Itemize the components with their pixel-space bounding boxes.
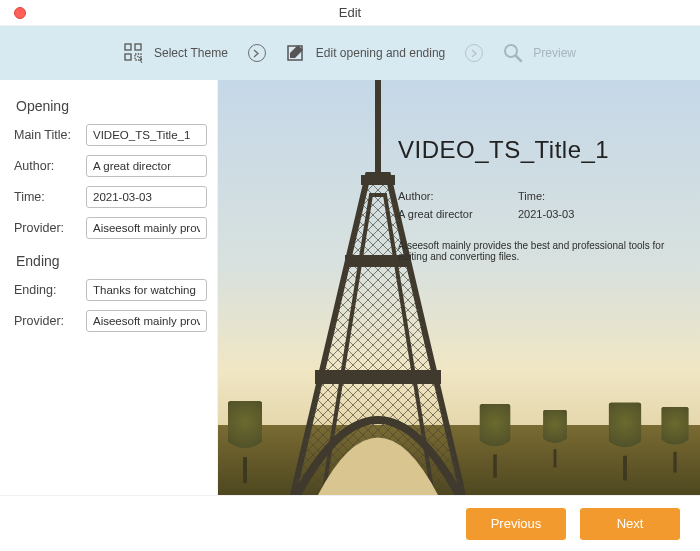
preview-author-label: Author:: [398, 190, 518, 202]
provider-opening-input[interactable]: [86, 217, 207, 239]
author-label: Author:: [14, 159, 80, 173]
time-label: Time:: [14, 190, 80, 204]
step-preview-label: Preview: [533, 46, 576, 60]
preview-tree: [609, 403, 641, 460]
ending-header: Ending: [16, 253, 207, 269]
provider-ending-label: Provider:: [14, 314, 80, 328]
next-button[interactable]: Next: [580, 508, 680, 540]
preview-tree: [543, 410, 567, 452]
preview-author-value: A great director: [398, 208, 518, 220]
window-title: Edit: [339, 5, 361, 20]
step-select-theme-label: Select Theme: [154, 46, 228, 60]
svg-rect-9: [361, 175, 395, 185]
previous-button[interactable]: Previous: [466, 508, 566, 540]
author-input[interactable]: [86, 155, 207, 177]
preview-title: VIDEO_TS_Title_1: [398, 136, 676, 164]
provider-label: Provider:: [14, 221, 80, 235]
form-panel: Opening Main Title: Author: Time: Provid…: [0, 80, 218, 495]
step-edit-opening-label: Edit opening and ending: [316, 46, 445, 60]
svg-line-6: [516, 56, 521, 61]
preview-overlay: VIDEO_TS_Title_1 Author: Time: A great d…: [398, 136, 676, 262]
opening-header: Opening: [16, 98, 207, 114]
svg-rect-7: [315, 370, 441, 384]
preview-area: VIDEO_TS_Title_1 Author: Time: A great d…: [218, 80, 700, 495]
step-preview[interactable]: Preview: [503, 43, 576, 63]
edit-icon: [286, 43, 306, 63]
chevron-right-icon: [248, 44, 266, 62]
grid-icon: [124, 43, 144, 63]
preview-provider-text: Aiseesoft mainly provides the best and p…: [398, 240, 676, 262]
step-select-theme[interactable]: Select Theme: [124, 43, 228, 63]
svg-rect-2: [125, 54, 131, 60]
ending-input[interactable]: [86, 279, 207, 301]
time-input[interactable]: [86, 186, 207, 208]
svg-rect-1: [135, 44, 141, 50]
provider-ending-input[interactable]: [86, 310, 207, 332]
ending-label: Ending:: [14, 283, 80, 297]
close-window-button[interactable]: [14, 7, 26, 19]
step-edit-opening[interactable]: Edit opening and ending: [286, 43, 445, 63]
main-title-label: Main Title:: [14, 128, 80, 142]
titlebar: Edit: [0, 0, 700, 26]
footer: Previous Next: [0, 495, 700, 551]
preview-tree: [480, 404, 511, 458]
preview-tree: [661, 407, 688, 455]
preview-tree: [228, 401, 262, 461]
stepbar: Select Theme Edit opening and ending Pre…: [0, 26, 700, 80]
main-title-input[interactable]: [86, 124, 207, 146]
chevron-right-icon: [465, 44, 483, 62]
preview-time-label: Time:: [518, 190, 638, 202]
svg-rect-0: [125, 44, 131, 50]
svg-rect-10: [375, 80, 381, 175]
magnifier-icon: [503, 43, 523, 63]
preview-time-value: 2021-03-03: [518, 208, 638, 220]
